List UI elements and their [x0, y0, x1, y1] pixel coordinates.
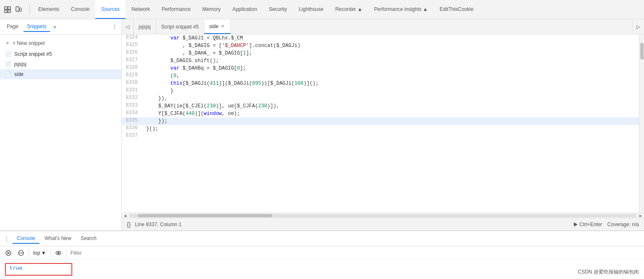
svg-rect-5 — [20, 8, 21, 11]
run-button[interactable]: Ctrl+Enter — [574, 222, 602, 227]
code-editor-inner: 8324 var $_DAGJ1 = QBLhx.$_CM8325 , $_DA… — [122, 34, 644, 213]
console-true-value: true — [9, 265, 22, 271]
top-toolbar: Elements Console Sources Network Perform… — [0, 0, 644, 19]
editor-tab-side[interactable]: side ✕ — [204, 19, 231, 34]
editor-tab-close-side[interactable]: ✕ — [220, 23, 225, 29]
line-number: 8324 — [122, 34, 143, 42]
line-code: }); — [143, 117, 639, 125]
tab-recorder[interactable]: Recorder ▲ — [329, 0, 368, 19]
editor-tab-nav-left[interactable]: ◁ — [122, 19, 134, 34]
tab-performance-insights[interactable]: Performance insights ▲ — [368, 0, 434, 19]
sidebar-more-icon[interactable]: » — [53, 24, 56, 30]
console-output-wrapper: true — [5, 263, 72, 276]
snippet-icon-jsjsjsj: 📄 — [5, 61, 11, 67]
line-code: Y[$_CJFA(440)](window, oe); — [143, 110, 639, 117]
svg-rect-3 — [8, 10, 11, 13]
code-line-8336: 8336}(); — [122, 125, 639, 133]
snippet-label-script5: Script snippet #5 — [14, 51, 52, 57]
sidebar: Page Snippets » ⋮ ＋ + New snippet 📄 Scri… — [0, 19, 122, 230]
horizontal-scrollbar[interactable]: ◂ ▸ — [122, 213, 644, 218]
svg-rect-2 — [5, 10, 7, 13]
context-dropdown-icon: ▼ — [41, 250, 46, 256]
tab-editthiscookie[interactable]: EditThisCookie — [434, 0, 479, 19]
block-requests-button[interactable] — [16, 248, 26, 258]
snippet-icon-side: 📄 — [5, 71, 11, 77]
code-container[interactable]: 8324 var $_DAGJ1 = QBLhx.$_CM8325 , $_DA… — [122, 34, 639, 213]
code-line-8331: 8331 } — [122, 87, 639, 95]
editor-tab-label-script5: Script snippet #5 — [161, 24, 199, 30]
toolbar-icons — [3, 5, 23, 14]
line-number: 8328 — [122, 65, 143, 72]
tab-security[interactable]: Security — [263, 0, 293, 19]
tab-sources[interactable]: Sources — [95, 0, 126, 19]
clear-console-button[interactable] — [3, 248, 13, 258]
line-number: 8327 — [122, 57, 143, 65]
line-number: 8335 — [122, 117, 143, 125]
svg-point-12 — [57, 252, 59, 254]
code-line-8328: 8328 var $_DAHBq = $_DAGIG[0]; — [122, 65, 639, 72]
code-line-8333: 8333 $_BAY(ie[$_CJEl(230)], ue[$_CJFA(23… — [122, 102, 639, 110]
editor-tab-script5[interactable]: Script snippet #5 — [156, 19, 204, 34]
code-line-8335: 8335 }); — [122, 117, 639, 125]
line-code: $_BAY(ie[$_CJEl(230)], ue[$_CJFA(230)]), — [143, 102, 639, 110]
code-editor-wrapper: 8324 var $_DAGJ1 = QBLhx.$_CM8325 , $_DA… — [122, 34, 644, 230]
tab-network[interactable]: Network — [126, 0, 156, 19]
svg-rect-0 — [5, 7, 7, 9]
tab-elements[interactable]: Elements — [32, 0, 65, 19]
line-code: }), — [143, 95, 639, 102]
console-output: true — [0, 260, 644, 279]
snippet-item-jsjsjsj[interactable]: 📄 jsjsjsj — [0, 59, 121, 69]
context-selector[interactable]: top ▼ — [32, 249, 48, 257]
line-code: , $_DAHA_ = $_DAGIG[1]; — [143, 50, 639, 57]
code-line-8337: 8337 — [122, 133, 639, 140]
status-right: Ctrl+Enter Coverage: n/a — [574, 222, 639, 227]
editor-tab-label-side: side — [209, 23, 218, 29]
sidebar-tab-snippets[interactable]: Snippets — [24, 22, 50, 32]
tab-performance[interactable]: Performance — [156, 0, 197, 19]
filter-input[interactable] — [69, 249, 641, 257]
editor-tab-jsjsjsj[interactable]: jsjsjsj — [134, 19, 156, 34]
console-sep-1 — [29, 249, 29, 257]
nav-tabs: Elements Console Sources Network Perform… — [32, 0, 479, 19]
editor-tab-label-jsjsjsj: jsjsjsj — [139, 24, 151, 30]
drag-handle[interactable]: ⋮ — [3, 236, 10, 242]
line-number: 8326 — [122, 50, 143, 57]
device-toggle-icon[interactable] — [14, 5, 23, 14]
bottom-tabs: ⋮ Console What's New Search — [0, 231, 644, 246]
snippet-item-script5[interactable]: 📄 Script snippet #5 — [0, 49, 121, 59]
line-code: (0, — [143, 72, 639, 80]
toolbar-separator — [29, 5, 30, 15]
sidebar-tab-page[interactable]: Page — [3, 22, 22, 32]
editor-area: ◁ jsjsjsj Script snippet #5 side ✕ ▷ 832… — [122, 19, 644, 230]
line-code: }(); — [143, 125, 639, 133]
bottom-tab-search[interactable]: Search — [76, 234, 101, 244]
line-number: 8332 — [122, 95, 143, 102]
tab-memory[interactable]: Memory — [197, 0, 226, 19]
bottom-tab-console[interactable]: Console — [13, 234, 39, 244]
line-code — [143, 133, 639, 140]
line-code: this[$_DAGJi(411)]($_DAGJi(895))[$_DAGJi… — [143, 80, 639, 87]
editor-tab-nav-right[interactable]: ▷ — [632, 19, 644, 34]
h-scroll-thumb — [138, 214, 272, 217]
scroll-thumb — [640, 43, 644, 60]
eye-icon-button[interactable] — [53, 248, 63, 258]
snippet-item-side[interactable]: 📄 side — [0, 69, 121, 79]
tab-application[interactable]: Application — [226, 0, 263, 19]
tab-console[interactable]: Console — [65, 0, 95, 19]
inspect-icon[interactable] — [3, 5, 12, 14]
tab-lighthouse[interactable]: Lighthouse — [293, 0, 329, 19]
line-code: } — [143, 87, 639, 95]
code-line-8332: 8332 }), — [122, 95, 639, 102]
vertical-scrollbar[interactable] — [639, 34, 644, 213]
line-code: $_DAGIG.shift(); — [143, 57, 639, 65]
line-code: , $_DAGIG = ['$_DAHCP'].concat($_DAGJi) — [143, 42, 639, 50]
new-snippet-button[interactable]: ＋ + New snippet — [0, 37, 121, 49]
sidebar-menu-icon[interactable]: ⋮ — [111, 23, 118, 31]
line-number: 8333 — [122, 102, 143, 110]
code-line-8324: 8324 var $_DAGJ1 = QBLhx.$_CM — [122, 34, 639, 42]
bottom-tab-whatsnew[interactable]: What's New — [40, 234, 76, 244]
main-area: Page Snippets » ⋮ ＋ + New snippet 📄 Scri… — [0, 19, 644, 230]
line-number: 8329 — [122, 72, 143, 80]
code-line-8326: 8326 , $_DAHA_ = $_DAGIG[1]; — [122, 50, 639, 57]
status-bar: {} Line 8337, Column 1 Ctrl+Enter Covera… — [122, 218, 644, 230]
